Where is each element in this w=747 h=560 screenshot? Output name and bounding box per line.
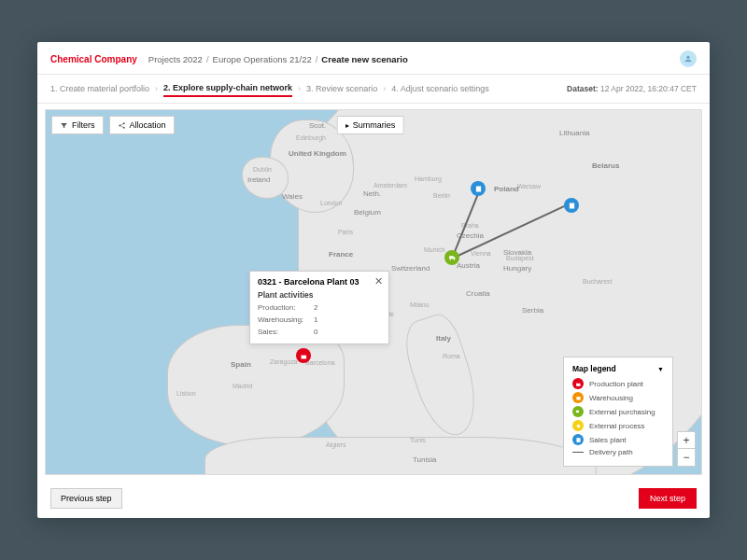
map-marker-production-plant[interactable] (296, 348, 311, 363)
dataset-label: Dataset: (567, 84, 599, 93)
factory-icon (300, 352, 308, 360)
truck-icon (448, 254, 457, 262)
zoom-in-button[interactable]: + (678, 432, 695, 449)
filters-button[interactable]: Filters (51, 116, 104, 134)
svg-point-3 (122, 122, 124, 124)
breadcrumb-separator: / (206, 54, 209, 64)
svg-point-2 (119, 124, 120, 126)
breadcrumb-item[interactable]: Europe Operations 21/22 (213, 54, 312, 64)
legend-dot-icon (572, 434, 584, 445)
step-4[interactable]: 4. Adjust scenario settings (391, 81, 489, 96)
map-canvas[interactable]: United Kingdom Ireland France Spain Ital… (45, 109, 702, 475)
step-separator: › (298, 84, 301, 93)
legend-item: Sales plant (572, 434, 664, 445)
building-icon (568, 202, 576, 210)
user-avatar[interactable] (680, 50, 697, 67)
footer-bar: Previous step Next step (37, 481, 710, 518)
breadcrumb-separator: / (316, 54, 318, 64)
popup-subtitle: Plant activities (258, 290, 381, 300)
legend-item: External purchasing (572, 406, 664, 417)
summaries-button[interactable]: ▸ Summaries (337, 116, 404, 134)
popup-row: Production:2 (258, 302, 381, 315)
zoom-control: + − (677, 431, 696, 467)
legend-dot-icon (572, 406, 584, 417)
map-legend: Map legend▼ Production plant Warehousing… (563, 357, 673, 467)
legend-dot-icon (572, 378, 584, 389)
header-bar: Chemical Company Projects 2022 / Europe … (37, 42, 710, 75)
svg-rect-7 (576, 438, 580, 442)
app-window: Chemical Company Projects 2022 / Europe … (37, 42, 710, 518)
map-marker-sales-plant[interactable] (471, 181, 486, 196)
legend-dot-icon (572, 420, 584, 431)
legend-item: External process (572, 420, 664, 431)
legend-title[interactable]: Map legend▼ (572, 364, 664, 373)
breadcrumb-item[interactable]: Projects 2022 (148, 54, 203, 64)
dataset-value: 12 Apr 2022, 16:20:47 CET (600, 84, 697, 93)
svg-point-6 (576, 424, 580, 427)
legend-item: Production plant (572, 378, 664, 389)
chevron-right-icon: ▸ (345, 121, 349, 130)
step-separator: › (383, 84, 386, 93)
step-2-active[interactable]: 2. Explore supply-chain network (163, 80, 292, 97)
summaries-toggle: ▸ Summaries (337, 116, 404, 134)
breadcrumb-current: Create new scenario (321, 54, 407, 64)
building-icon (474, 185, 483, 193)
legend-item: Warehousing (572, 392, 664, 403)
close-icon[interactable]: ✕ (374, 276, 383, 287)
popup-title: 0321 - Barcelona Plant 03 (258, 277, 381, 287)
share-icon (118, 121, 126, 130)
chevron-down-icon: ▼ (657, 366, 664, 372)
svg-rect-0 (475, 186, 480, 191)
next-step-button[interactable]: Next step (639, 488, 697, 509)
legend-dot-icon (572, 392, 584, 403)
wizard-steps: 1. Create material portfolio › 2. Explor… (37, 75, 710, 104)
allocation-button[interactable]: Allocation (109, 116, 175, 134)
previous-step-button[interactable]: Previous step (50, 488, 122, 509)
map-toolbar: Filters Allocation (51, 116, 175, 134)
plant-info-popup: ✕ 0321 - Barcelona Plant 03 Plant activi… (249, 271, 389, 344)
land-ireland (242, 157, 289, 199)
legend-item: Delivery path (572, 448, 664, 456)
zoom-out-button[interactable]: − (678, 449, 695, 466)
svg-rect-1 (569, 203, 573, 208)
popup-row: Sales:0 (258, 327, 381, 339)
step-3[interactable]: 3. Review scenario (306, 81, 377, 96)
svg-rect-5 (576, 397, 580, 400)
dataset-info: Dataset: 12 Apr 2022, 16:20:47 CET (567, 84, 697, 93)
popup-row: Warehousing:1 (258, 315, 381, 327)
map-marker-external-purchasing[interactable] (444, 250, 459, 265)
svg-point-4 (122, 126, 124, 128)
person-icon (684, 54, 693, 63)
step-separator: › (155, 84, 158, 93)
filter-icon (60, 121, 68, 130)
step-1[interactable]: 1. Create material portfolio (50, 81, 149, 96)
map-marker-sales-plant[interactable] (564, 198, 579, 213)
brand-logo: Chemical Company (50, 54, 137, 64)
legend-line-icon (572, 452, 584, 454)
land-africa (204, 437, 597, 475)
